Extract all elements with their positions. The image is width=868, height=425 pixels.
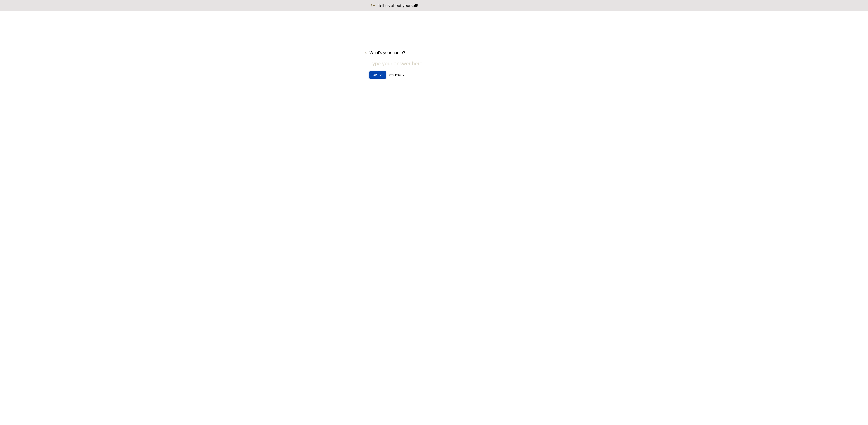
press-hint: press Enter [389, 74, 405, 77]
question-container: a. What's your name? OK press Enter [364, 11, 504, 79]
enter-text: Enter [395, 74, 401, 77]
action-row: OK press Enter [369, 71, 504, 79]
question-letter: a. [364, 52, 367, 55]
check-icon [379, 74, 383, 76]
page-title: Tell us about yourself! [378, 3, 418, 8]
press-text: press [389, 74, 395, 77]
enter-key-icon [403, 74, 405, 76]
header-content: 1 Tell us about yourself! [364, 3, 504, 8]
question-row: a. What's your name? [364, 50, 504, 55]
answer-section: OK press Enter [369, 61, 504, 79]
ok-button[interactable]: OK [369, 71, 386, 79]
step-marker: 1 [371, 4, 375, 7]
question-text: What's your name? [369, 50, 405, 55]
arrow-right-icon [373, 4, 375, 7]
header-bar: 1 Tell us about yourself! [0, 0, 868, 11]
step-number: 1 [371, 4, 372, 7]
ok-button-label: OK [373, 73, 378, 77]
answer-input[interactable] [369, 61, 504, 68]
